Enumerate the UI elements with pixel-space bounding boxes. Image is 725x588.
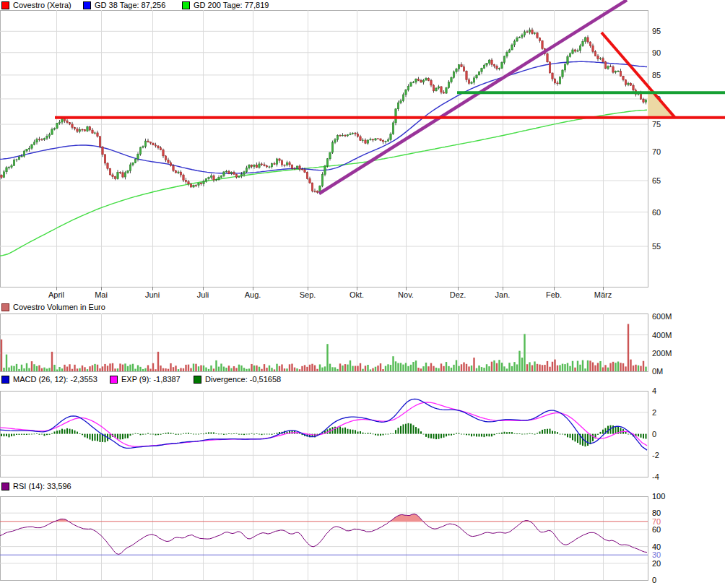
month-label: April (48, 290, 64, 299)
price-tick-label: 85 (652, 71, 661, 79)
price-tick-label: 55 (652, 242, 661, 251)
rsi-tick-label: 60 (652, 525, 661, 534)
volume-tick-label: 200M (652, 349, 672, 358)
macd-tick-label: 4 (652, 386, 656, 395)
volume-bars (1, 324, 647, 371)
macd-axis-labels: 420-2-4 (652, 386, 659, 481)
month-label: Nov. (398, 290, 414, 299)
month-label: Jan. (495, 290, 511, 299)
month-label: Juli (197, 290, 209, 299)
macd-tick-label: -4 (652, 472, 659, 481)
rsi-axis-labels: 1008070604030200 (652, 492, 665, 584)
month-label: Sep. (300, 290, 316, 299)
rsi-tick-label: 80 (652, 509, 661, 517)
price-axis-labels: 959085807570656055 (652, 27, 661, 251)
month-label: Aug. (245, 290, 261, 299)
macd-tick-label: 2 (652, 408, 656, 417)
month-label: Okt. (350, 290, 364, 299)
chart-canvas: AprilMaiJuniJuliAug.Sep.Okt.Nov.Dez.Jan.… (0, 0, 725, 588)
month-label: Mai (95, 290, 108, 299)
rsi-line (0, 514, 647, 555)
rsi-tick-label: 70 (652, 517, 661, 526)
price-tick-label: 65 (652, 176, 661, 185)
price-tick-label: 75 (652, 120, 661, 129)
rsi-tick-label: 20 (652, 559, 661, 568)
month-label: Feb. (546, 290, 562, 299)
rsi-tick-label: 0 (652, 576, 656, 584)
volume-tick-label: 600M (652, 312, 672, 321)
rsi-tick-label: 30 (652, 550, 661, 559)
divergence-histogram (1, 423, 647, 446)
month-label: März (594, 290, 612, 299)
price-tick-label: 95 (652, 27, 661, 35)
uptrend-line (319, 0, 627, 194)
volume-tick-label: 400M (652, 331, 672, 340)
month-label: Dez. (450, 290, 466, 299)
price-tick-label: 60 (652, 208, 661, 217)
price-tick-label: 70 (652, 147, 661, 156)
price-tick-label: 90 (652, 48, 661, 57)
volume-tick-label: 0M (652, 367, 663, 376)
rsi-overbought-fill (0, 22, 647, 522)
macd-tick-label: 0 (652, 430, 656, 438)
rsi-tick-label: 40 (652, 542, 661, 551)
month-label: Juni (145, 290, 160, 299)
rsi-tick-label: 100 (652, 492, 665, 501)
macd-tick-label: -2 (652, 451, 659, 459)
gd200-line (0, 110, 647, 256)
volume-axis-labels: 600M400M200M0M (652, 312, 672, 376)
macd-line (0, 399, 647, 450)
covestro-stock-chart: Covestro (Xetra) GD 38 Tage: 87,256 GD 2… (0, 0, 725, 588)
x-axis-labels: AprilMaiJuniJuliAug.Sep.Okt.Nov.Dez.Jan.… (48, 287, 612, 299)
